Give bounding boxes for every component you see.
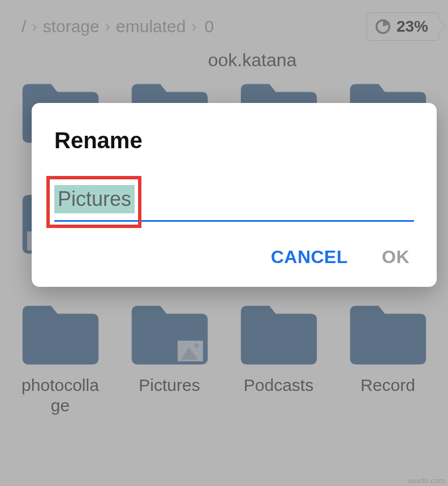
cancel-button[interactable]: CANCEL (271, 247, 348, 268)
dialog-actions: CANCEL OK (54, 247, 414, 268)
dialog-title: Rename (54, 128, 414, 153)
rename-input[interactable]: Pictures (54, 185, 414, 222)
file-manager-screen: / › storage › emulated › 0 23% ook.katan… (0, 0, 448, 486)
ok-button[interactable]: OK (382, 247, 410, 268)
rename-dialog: Rename Pictures CANCEL OK (32, 103, 437, 287)
watermark: wsxdn.com (408, 476, 445, 485)
rename-input-value[interactable]: Pictures (54, 185, 135, 213)
